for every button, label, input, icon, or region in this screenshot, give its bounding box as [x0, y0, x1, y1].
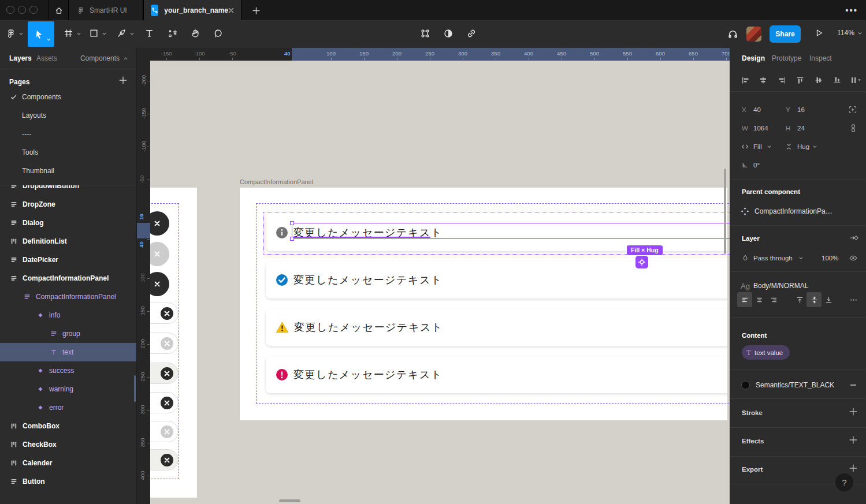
frame-tool-chevron-icon[interactable] — [76, 31, 81, 36]
page-item-layouts[interactable]: Layouts — [0, 106, 136, 125]
text-valign-bottom-button[interactable] — [821, 292, 836, 307]
add-effect-button[interactable] — [849, 436, 857, 444]
opacity-value[interactable]: 100% — [822, 255, 838, 262]
align-top-button[interactable] — [796, 76, 805, 85]
layer-item-datepicker[interactable]: DatePicker — [0, 251, 136, 269]
window-minimize-button[interactable] — [18, 6, 26, 14]
zoom-menu[interactable]: 114% — [837, 29, 863, 37]
sidebar-scrollbar[interactable] — [134, 375, 136, 402]
layer-item-compactinformationpanel[interactable]: CompactInformationPanel — [0, 269, 136, 288]
shape-tool-button[interactable] — [89, 28, 99, 38]
add-export-button[interactable] — [849, 464, 857, 472]
remove-fill-button[interactable] — [849, 381, 857, 389]
w-value[interactable]: 1064 — [753, 125, 768, 132]
layer-item-group[interactable]: group — [0, 324, 136, 343]
page-item--[interactable]: ---- — [0, 125, 136, 143]
layer-style-button[interactable] — [849, 233, 858, 242]
vertical-resizing-value[interactable]: Hug — [797, 143, 809, 150]
layer-item-button[interactable]: Button — [0, 472, 136, 491]
alignment-target-button[interactable] — [848, 105, 857, 114]
text-style-row[interactable]: Ag Body/M/NORMAL — [730, 279, 866, 293]
audio-button[interactable] — [727, 28, 738, 39]
parent-component-row[interactable]: CompactInformationPa… — [730, 204, 866, 218]
menu-chevron-icon[interactable] — [18, 31, 24, 36]
home-button[interactable] — [49, 0, 68, 20]
horizontal-resizing-value[interactable]: Fill — [753, 143, 762, 150]
frame-tool-button[interactable] — [64, 28, 73, 38]
main-menu-button[interactable] — [6, 28, 16, 39]
page-selector[interactable]: Components — [80, 54, 128, 62]
fill-color-swatch[interactable] — [741, 381, 750, 390]
align-vertical-center-button[interactable] — [814, 76, 823, 85]
chevron-down-icon[interactable] — [812, 144, 817, 150]
mask-button[interactable] — [443, 28, 454, 39]
page-item-tools[interactable]: Tools — [0, 143, 136, 162]
h-value[interactable]: 24 — [797, 125, 805, 132]
align-left-button[interactable] — [741, 76, 750, 85]
page-item-components[interactable]: Components — [0, 88, 136, 106]
tab-prototype[interactable]: Prototype — [772, 54, 801, 62]
add-stroke-button[interactable] — [849, 408, 857, 416]
layer-item-info[interactable]: info — [0, 306, 136, 324]
tab-inspect[interactable]: Inspect — [809, 54, 832, 62]
artboard-title[interactable]: CompactInformationPanel — [240, 178, 313, 185]
blend-mode-value[interactable]: Pass through — [753, 255, 793, 262]
layer-item-dropdownbutton[interactable]: DropdownButton — [0, 185, 136, 195]
visibility-eye-icon[interactable] — [849, 253, 858, 263]
layer-item-warning[interactable]: warning — [0, 380, 136, 398]
tab-layers[interactable]: Layers — [9, 54, 32, 62]
text-valign-middle-button[interactable] — [806, 292, 822, 307]
page-item-thumbnail[interactable]: Thumbnail — [0, 162, 136, 180]
canvas-horizontal-scrollbar[interactable] — [279, 499, 300, 502]
layer-item-calender[interactable]: Calender — [0, 454, 136, 472]
selection-handle[interactable] — [290, 221, 294, 225]
text-tool-button[interactable] — [144, 28, 154, 38]
layer-item-dialog[interactable]: Dialog — [0, 214, 136, 232]
add-page-button[interactable] — [119, 76, 127, 84]
layer-item-dropzone[interactable]: DropZone — [0, 195, 136, 214]
comment-tool-button[interactable] — [213, 28, 223, 38]
move-tool-button[interactable] — [28, 21, 54, 47]
text-align-right-button[interactable] — [766, 292, 781, 307]
window-close-button[interactable] — [6, 6, 14, 14]
chevron-down-icon[interactable] — [767, 144, 772, 150]
layer-item-combobox[interactable]: ComboBox — [0, 417, 136, 435]
tab-close-icon[interactable] — [228, 8, 234, 13]
layer-item-checkbox[interactable]: CheckBox — [0, 435, 136, 454]
tab-smarthr-ui[interactable]: SmartHR UI — [68, 0, 143, 20]
tab-assets[interactable]: Assets — [36, 54, 57, 62]
avatar[interactable] — [746, 27, 761, 42]
share-button[interactable]: Share — [770, 25, 801, 43]
autolayout-indicator-button[interactable] — [635, 256, 648, 268]
layer-item-success[interactable]: success — [0, 361, 136, 380]
edit-object-button[interactable] — [420, 28, 430, 39]
align-bottom-button[interactable] — [832, 76, 842, 85]
window-more-button[interactable]: ••• — [845, 5, 858, 15]
fill-row[interactable]: Semantics/TEXT_BLACK — [730, 378, 866, 392]
rotation-value[interactable]: 0° — [753, 162, 760, 169]
pen-tool-button[interactable] — [117, 28, 127, 38]
help-button[interactable]: ? — [835, 473, 853, 491]
layer-item-compactinformationpanel[interactable]: CompactInformationPanel — [0, 288, 136, 306]
new-tab-button[interactable] — [250, 4, 262, 17]
layer-item-definitionlist[interactable]: DefinitionList — [0, 232, 136, 251]
shape-tool-chevron-icon[interactable] — [102, 31, 107, 36]
resources-tool-button[interactable] — [168, 28, 178, 39]
canvas[interactable]: CompactInformationPanel 変更したメッセージテキスト変更し… — [137, 48, 730, 504]
hand-tool-button[interactable] — [191, 28, 200, 38]
window-zoom-button[interactable] — [29, 6, 38, 14]
y-value[interactable]: 16 — [797, 106, 805, 113]
tab-branch[interactable]: your_branch_name — [143, 0, 241, 20]
text-align-left-button[interactable] — [737, 292, 752, 307]
chevron-down-icon[interactable] — [798, 256, 804, 261]
distribute-menu-button[interactable] — [849, 76, 862, 85]
content-value-pill[interactable]: T text value — [742, 345, 790, 360]
link-button[interactable] — [466, 28, 477, 39]
canvas-vertical-scrollbar[interactable] — [724, 169, 726, 254]
constrain-proportions-button[interactable] — [849, 124, 857, 133]
x-value[interactable]: 40 — [753, 106, 761, 113]
layer-item-error[interactable]: error — [0, 398, 136, 417]
align-right-button[interactable] — [778, 76, 787, 85]
tab-design[interactable]: Design — [742, 54, 765, 62]
layer-item-text[interactable]: text — [0, 343, 136, 361]
